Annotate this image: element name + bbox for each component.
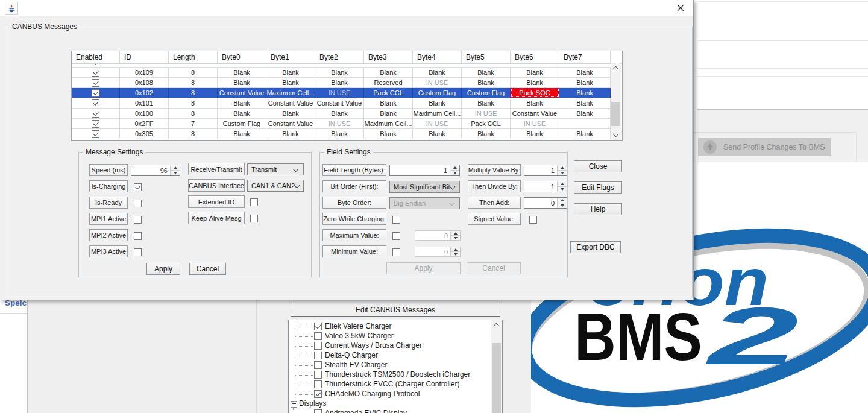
enabled-cell[interactable] xyxy=(72,109,120,118)
spinner-buttons[interactable] xyxy=(557,165,567,175)
canbus-interface-button[interactable]: CANBUS Interface xyxy=(188,179,245,192)
byte2-cell[interactable]: Blank xyxy=(315,109,364,118)
length-cell[interactable]: 7 xyxy=(169,119,218,128)
byte0-cell[interactable]: Blank xyxy=(218,129,266,139)
byte3-cell[interactable]: Blank xyxy=(364,109,413,118)
enabled-checkbox[interactable] xyxy=(92,69,99,77)
byte0-cell[interactable]: Blank xyxy=(218,68,266,77)
valeo-3-5kw-charger-checkbox[interactable] xyxy=(314,332,322,340)
spin-down-icon[interactable] xyxy=(450,170,459,175)
byte5-cell[interactable]: Pack CCL xyxy=(462,119,511,128)
zero-while-charging-button[interactable]: Zero While Charging: xyxy=(322,213,386,225)
then-divide-by-input[interactable]: 1 xyxy=(524,181,567,192)
help-button[interactable]: Help xyxy=(574,203,622,215)
byte4-cell[interactable]: Custom Flag xyxy=(413,88,462,98)
length-cell[interactable]: 8 xyxy=(169,109,218,118)
spin-up-icon[interactable] xyxy=(558,165,567,170)
column-header-byte1[interactable]: Byte1 xyxy=(266,51,315,63)
id-cell[interactable]: 0x305 xyxy=(120,129,169,139)
id-cell[interactable]: 0x100 xyxy=(120,109,169,118)
byte2-cell[interactable]: Blank xyxy=(315,129,364,139)
is-charging-checkbox[interactable] xyxy=(134,183,142,191)
delta-q-charger-label[interactable]: Delta-Q Charger xyxy=(325,351,378,360)
byte4-cell[interactable]: Blank xyxy=(413,68,462,77)
thunderstruck-evcc-charger-controller-label[interactable]: Thunderstruck EVCC (Charger Controller) xyxy=(325,380,459,389)
enabled-checkbox[interactable] xyxy=(92,120,99,128)
scroll-up-icon[interactable] xyxy=(611,63,621,73)
byte1-cell[interactable]: Blank xyxy=(266,109,315,118)
table-row-0x102[interactable]: 0x1028Constant ValueMaximum Cell...IN US… xyxy=(72,88,611,98)
byte3-cell[interactable]: Pack CCL xyxy=(364,88,413,98)
signed-value-button[interactable]: Signed Value: xyxy=(468,213,521,225)
chademo-charging-protocol-checkbox[interactable] xyxy=(314,390,322,398)
enabled-cell[interactable] xyxy=(72,88,120,98)
maximum-value-button[interactable]: Maximum Value: xyxy=(322,229,386,241)
length-cell[interactable]: 8 xyxy=(169,78,218,87)
byte3-cell[interactable]: Blank xyxy=(364,68,413,77)
canbus-interface-dropdown[interactable]: CAN1 & CAN2 xyxy=(247,180,304,192)
byte1-cell[interactable]: Constant Value xyxy=(266,119,315,128)
byte6-cell[interactable]: IN USE xyxy=(511,119,559,128)
message-cancel-button[interactable]: Cancel xyxy=(189,263,226,275)
spin-up-icon[interactable] xyxy=(171,165,180,170)
mpi1-active-checkbox[interactable] xyxy=(134,216,142,224)
spinner-buttons[interactable] xyxy=(557,181,567,192)
enabled-checkbox[interactable] xyxy=(92,110,99,118)
id-cell[interactable]: 0x2FF xyxy=(120,119,169,128)
byte0-cell[interactable]: Constant Value xyxy=(218,88,266,98)
byte2-cell[interactable]: IN USE xyxy=(315,119,364,128)
spin-down-icon[interactable] xyxy=(558,170,567,175)
column-header-byte4[interactable]: Byte4 xyxy=(413,51,462,63)
receive-transmit-dropdown[interactable]: Transmit xyxy=(247,163,304,175)
byte1-cell[interactable]: Blank xyxy=(266,68,315,77)
then-add-button[interactable]: Then Add: xyxy=(468,197,521,209)
byte5-cell[interactable]: Blank xyxy=(462,129,511,139)
enabled-checkbox[interactable] xyxy=(92,79,99,87)
tree-scrollbar[interactable] xyxy=(491,320,502,413)
maximum-value-checkbox[interactable] xyxy=(392,232,400,240)
signed-value-checkbox[interactable] xyxy=(529,216,537,224)
column-header-byte2[interactable]: Byte2 xyxy=(315,51,364,63)
bit-order-first-button[interactable]: Bit Order (First): xyxy=(322,180,386,192)
receive-transmit-button[interactable]: Receive/Transmit xyxy=(188,163,245,175)
length-cell[interactable]: 8 xyxy=(169,68,218,77)
byte4-cell[interactable]: IN USE xyxy=(413,78,462,87)
byte1-cell[interactable]: Constant Value xyxy=(266,98,315,108)
mpi1-active-button[interactable]: MPI1 Active xyxy=(89,213,128,225)
table-row-0x108[interactable]: 0x1088BlankBlankBlankReservedIN USEBlank… xyxy=(72,78,611,88)
byte7-cell[interactable]: Blank xyxy=(559,129,611,139)
speed-ms-button[interactable]: Speed (ms) xyxy=(89,164,128,176)
byte2-cell[interactable]: Blank xyxy=(315,78,364,87)
column-header-byte6[interactable]: Byte6 xyxy=(511,51,559,63)
edit-canbus-messages-button[interactable]: Edit CANBUS Messages xyxy=(291,303,500,317)
multiply-value-by-input[interactable]: 1 xyxy=(524,165,567,176)
byte5-cell[interactable]: Blank xyxy=(462,68,511,77)
spin-up-icon[interactable] xyxy=(450,165,459,170)
thunderstruck-tsm2500-boostech-icharger-label[interactable]: Thunderstruck TSM2500 / Boostech iCharge… xyxy=(325,370,470,379)
length-cell[interactable]: 8 xyxy=(169,129,218,139)
length-cell[interactable]: 8 xyxy=(169,88,218,98)
column-header-byte0[interactable]: Byte0 xyxy=(218,51,266,63)
eltek-valere-charger-checkbox[interactable] xyxy=(314,323,322,330)
andromeda-evic-display-label[interactable]: Andromeda EVIC Display xyxy=(325,409,407,413)
byte2-cell[interactable]: Blank xyxy=(315,68,364,77)
then-add-input[interactable]: 0 xyxy=(524,197,567,209)
byte6-cell[interactable]: Pack SOC xyxy=(511,88,559,98)
byte6-cell[interactable]: Blank xyxy=(511,68,559,77)
byte6-cell[interactable]: Constant Value xyxy=(511,109,559,118)
export-dbc-button[interactable]: Export DBC xyxy=(570,241,621,253)
mpi3-active-checkbox[interactable] xyxy=(134,248,142,256)
column-header-byte3[interactable]: Byte3 xyxy=(364,51,413,63)
id-cell[interactable]: 0x109 xyxy=(120,68,169,77)
keep-alive-mesg-checkbox[interactable] xyxy=(250,215,258,222)
enabled-checkbox[interactable] xyxy=(92,89,99,97)
bit-order-first-dropdown[interactable]: Most Significant Bit xyxy=(389,181,460,193)
length-cell[interactable]: 8 xyxy=(169,98,218,108)
byte5-cell[interactable]: Blank xyxy=(462,98,511,108)
edit-flags-button[interactable]: Edit Flags xyxy=(574,181,622,194)
stealth-ev-charger-label[interactable]: Stealth EV Charger xyxy=(325,361,387,370)
field-length-bytes-button[interactable]: Field Length (Bytes): xyxy=(322,164,386,176)
byte5-cell[interactable]: Blank xyxy=(462,78,511,87)
scroll-up-icon[interactable] xyxy=(491,320,502,330)
byte3-cell[interactable]: Blank xyxy=(364,98,413,108)
